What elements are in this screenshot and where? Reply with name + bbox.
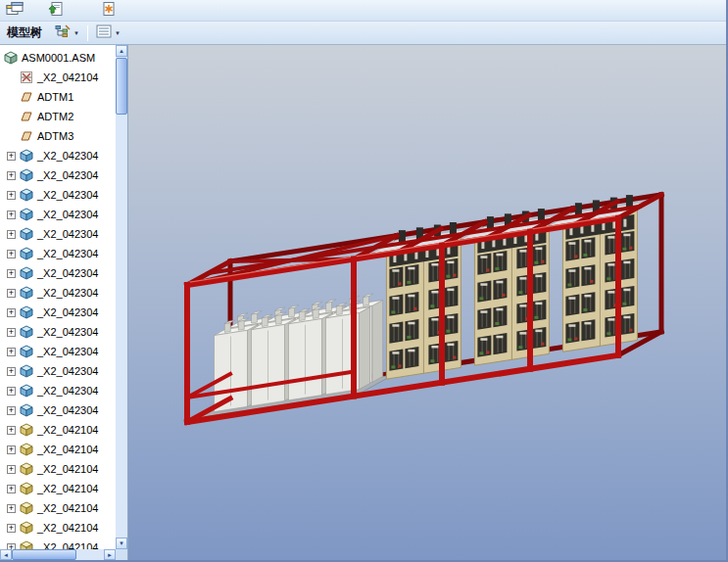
part-yellow-icon xyxy=(20,482,33,495)
part-blue-icon xyxy=(20,227,33,241)
display-options-button[interactable]: ▼ xyxy=(95,23,121,43)
tree-item-label: _X2_042304 xyxy=(37,346,98,357)
tree-item-_x2_042304[interactable]: +_X2_042304 xyxy=(0,224,116,244)
tree-item-_x2_042304[interactable]: +_X2_042304 xyxy=(0,342,116,361)
tree-item-label: ASM0001.ASM xyxy=(22,52,95,64)
tree-item-label: _X2_042304 xyxy=(37,404,98,416)
expander-plus-icon[interactable]: + xyxy=(7,485,16,493)
tree-item-label: _X2_042104 xyxy=(37,483,98,494)
tree-item-_x2_042304[interactable]: +_X2_042304 xyxy=(0,381,116,400)
expander-plus-icon[interactable]: + xyxy=(7,250,16,258)
expander-plus-icon[interactable]: + xyxy=(7,504,16,513)
tree-item-label: ADTM1 xyxy=(37,91,73,103)
tree-item-_x2_042304[interactable]: +_X2_042304 xyxy=(0,361,116,381)
tree-item-_x2_042104[interactable]: +_X2_042104 xyxy=(0,518,116,538)
tree-horizontal-scrollbar[interactable]: ◄ ► xyxy=(0,549,116,560)
document-asterisk-button[interactable] xyxy=(97,1,121,21)
display-options-icon xyxy=(96,24,112,41)
tree-item-label: _X2_042104 xyxy=(37,463,98,475)
part-blue-icon xyxy=(20,286,33,300)
tree-item-label: _X2_042304 xyxy=(37,267,98,279)
expander-plus-icon[interactable]: + xyxy=(7,406,16,415)
expander-plus-icon[interactable]: + xyxy=(7,387,16,396)
tree-item-label: ADTM3 xyxy=(37,130,73,142)
expander-plus-icon[interactable]: + xyxy=(7,524,16,533)
model-tree-title: 模型树 xyxy=(7,24,42,41)
assembly-3d-model xyxy=(128,45,726,560)
scroll-up-arrow[interactable]: ▲ xyxy=(116,45,127,57)
expander-plus-icon[interactable]: + xyxy=(7,211,16,219)
expander-plus-icon[interactable]: + xyxy=(7,289,16,298)
tree-item-_x2_042304[interactable]: +_X2_042304 xyxy=(0,244,116,263)
scroll-left-arrow[interactable]: ◄ xyxy=(0,549,12,560)
document-asterisk-icon xyxy=(101,1,117,20)
part-yellow-icon xyxy=(20,443,33,456)
tree-vertical-scrollbar[interactable]: ▲ ▼ xyxy=(116,45,127,549)
tree-item-label: _X2_042304 xyxy=(37,228,98,240)
expander-plus-icon[interactable]: + xyxy=(7,367,16,376)
part-yellow-icon xyxy=(20,423,33,437)
tree-item-_x2_042104[interactable]: +_X2_042104 xyxy=(0,498,116,518)
expander-plus-icon[interactable]: + xyxy=(7,191,16,200)
scroll-right-arrow[interactable]: ► xyxy=(104,549,116,560)
tree-item-asm0001.asm[interactable]: ASM0001.ASM xyxy=(0,48,116,68)
expander-plus-icon[interactable]: + xyxy=(7,152,16,161)
tree-item-label: _X2_042104 xyxy=(37,424,98,436)
expander-plus-icon[interactable]: + xyxy=(7,348,16,356)
part-yellow-icon xyxy=(20,462,33,476)
part-yellow-icon xyxy=(20,501,33,515)
tree-item-label: _X2_042104 xyxy=(37,71,98,83)
part-blue-icon xyxy=(20,305,33,319)
expander-plus-icon[interactable]: + xyxy=(7,426,16,435)
tree-item-_x2_042304[interactable]: +_X2_042304 xyxy=(0,263,116,283)
chevron-down-icon: ▼ xyxy=(73,30,79,36)
part-blue-icon xyxy=(20,364,33,378)
tree-item-_x2_042304[interactable]: +_X2_042304 xyxy=(0,283,116,303)
tree-item-_x2_042104[interactable]: +_X2_042104 xyxy=(0,538,116,549)
tree-item-_x2_042104[interactable]: +_X2_042104 xyxy=(0,440,116,459)
part-yellow-icon xyxy=(20,540,33,549)
tree-item-_x2_042304[interactable]: +_X2_042304 xyxy=(0,146,116,165)
main-area: ASM0001.ASM_X2_042104ADTM1ADTM2ADTM3+_X2… xyxy=(0,45,726,560)
tree-item-_x2_042104[interactable]: +_X2_042104 xyxy=(0,459,116,479)
expander-plus-icon[interactable]: + xyxy=(7,269,16,278)
tree-item-label: _X2_042104 xyxy=(37,522,98,534)
tree-item-_x2_042304[interactable]: +_X2_042304 xyxy=(0,303,116,322)
tree-item-_x2_042104[interactable]: +_X2_042104 xyxy=(0,420,116,440)
tree-item-adtm3[interactable]: ADTM3 xyxy=(0,126,116,146)
tree-item-_x2_042304[interactable]: +_X2_042304 xyxy=(0,400,116,420)
chevron-down-icon: ▼ xyxy=(115,30,121,36)
expander-plus-icon[interactable]: + xyxy=(7,230,16,239)
import-button[interactable] xyxy=(44,1,68,21)
expander-plus-icon[interactable]: + xyxy=(7,328,16,337)
tree-settings-button[interactable]: ▼ xyxy=(54,23,80,43)
scroll-down-arrow[interactable]: ▼ xyxy=(116,538,127,549)
datum-icon xyxy=(20,110,33,123)
tree-item-label: _X2_042304 xyxy=(37,150,98,162)
tree-item-label: _X2_042304 xyxy=(37,306,98,318)
expander-plus-icon[interactable]: + xyxy=(7,308,16,317)
application-window: 模型树 ▼ xyxy=(0,0,728,562)
vertical-scroll-thumb[interactable] xyxy=(116,58,127,115)
tree-item-label: ADTM2 xyxy=(37,111,73,122)
windows-button[interactable] xyxy=(3,1,26,21)
part-blue-icon xyxy=(20,325,33,339)
3d-viewport[interactable] xyxy=(128,45,726,560)
model-tree-panel: ASM0001.ASM_X2_042104ADTM1ADTM2ADTM3+_X2… xyxy=(0,45,128,560)
tree-item-adtm2[interactable]: ADTM2 xyxy=(0,107,116,126)
horizontal-scroll-thumb[interactable] xyxy=(12,549,76,560)
tree-item-adtm1[interactable]: ADTM1 xyxy=(0,87,116,107)
expander-plus-icon[interactable]: + xyxy=(7,445,16,454)
tree-item-_x2_042104[interactable]: +_X2_042104 xyxy=(0,479,116,498)
expander-plus-icon[interactable]: + xyxy=(7,465,16,474)
tree-item-label: _X2_042304 xyxy=(37,287,98,299)
tree-item-label: _X2_042304 xyxy=(37,365,98,377)
expander-plus-icon[interactable]: + xyxy=(7,171,16,180)
tree-item-_x2_042104[interactable]: _X2_042104 xyxy=(0,68,116,87)
part-blue-icon xyxy=(20,168,33,182)
tree-item-_x2_042304[interactable]: +_X2_042304 xyxy=(0,205,116,224)
tree-item-_x2_042304[interactable]: +_X2_042304 xyxy=(0,185,116,205)
tree-item-_x2_042304[interactable]: +_X2_042304 xyxy=(0,165,116,185)
part-blue-icon xyxy=(20,149,33,163)
tree-item-_x2_042304[interactable]: +_X2_042304 xyxy=(0,322,116,342)
